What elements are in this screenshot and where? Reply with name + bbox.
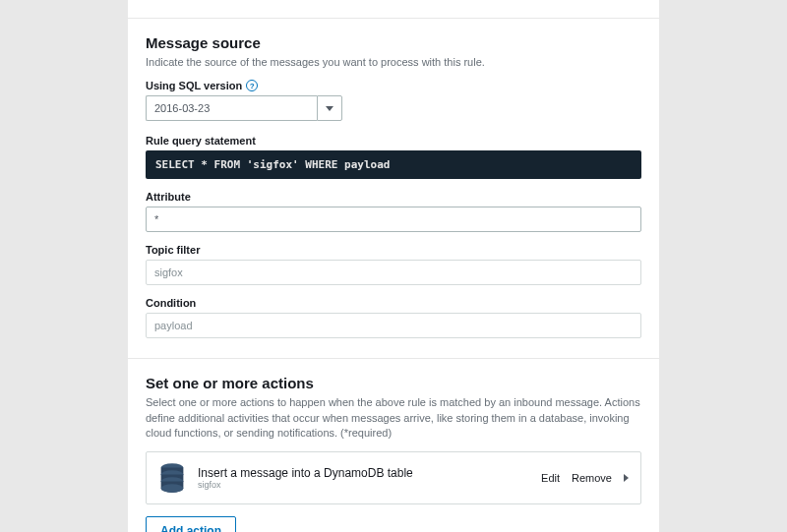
action-remove-link[interactable]: Remove	[572, 472, 612, 484]
sql-version-label: Using SQL version ?	[146, 80, 641, 91]
section-message-source: Message source Indicate the source of th…	[128, 18, 659, 358]
action-item-title: Insert a message into a DynamoDB table	[198, 466, 529, 480]
action-item-controls: Edit Remove	[541, 472, 629, 484]
chevron-right-icon	[624, 474, 629, 482]
sql-version-value: 2016-03-23	[146, 95, 317, 121]
chevron-down-icon	[326, 106, 333, 111]
message-source-desc: Indicate the source of the messages you …	[146, 55, 641, 70]
rule-query-text: SELECT * FROM 'sigfox' WHERE payload	[155, 158, 390, 171]
rule-query-code: SELECT * FROM 'sigfox' WHERE payload	[146, 150, 641, 179]
action-item-sub: sigfox	[198, 480, 529, 490]
attribute-input[interactable]	[146, 207, 641, 232]
topic-filter-input[interactable]	[146, 260, 641, 285]
topic-filter-label: Topic filter	[146, 244, 641, 256]
rule-form-page: Message source Indicate the source of th…	[128, 0, 659, 532]
condition-label: Condition	[146, 297, 641, 309]
actions-desc: Select one or more actions to happen whe…	[146, 395, 641, 441]
add-action-button[interactable]: Add action	[146, 516, 236, 532]
dynamodb-icon	[158, 462, 186, 494]
sql-version-label-text: Using SQL version	[146, 80, 242, 91]
actions-heading: Set one or more actions	[146, 375, 641, 391]
info-icon[interactable]: ?	[246, 80, 258, 91]
svg-point-3	[161, 484, 184, 493]
attribute-label: Attribute	[146, 191, 641, 203]
spacer-top	[128, 0, 659, 18]
message-source-heading: Message source	[146, 34, 641, 51]
condition-input[interactable]	[146, 313, 641, 338]
section-actions: Set one or more actions Select one or mo…	[128, 358, 659, 532]
action-item-dynamodb[interactable]: Insert a message into a DynamoDB table s…	[146, 451, 641, 504]
rule-query-label: Rule query statement	[146, 135, 641, 147]
action-item-text: Insert a message into a DynamoDB table s…	[198, 466, 529, 490]
sql-version-dropdown-button[interactable]	[317, 95, 342, 121]
sql-version-select[interactable]: 2016-03-23	[146, 95, 342, 121]
action-edit-link[interactable]: Edit	[541, 472, 560, 484]
